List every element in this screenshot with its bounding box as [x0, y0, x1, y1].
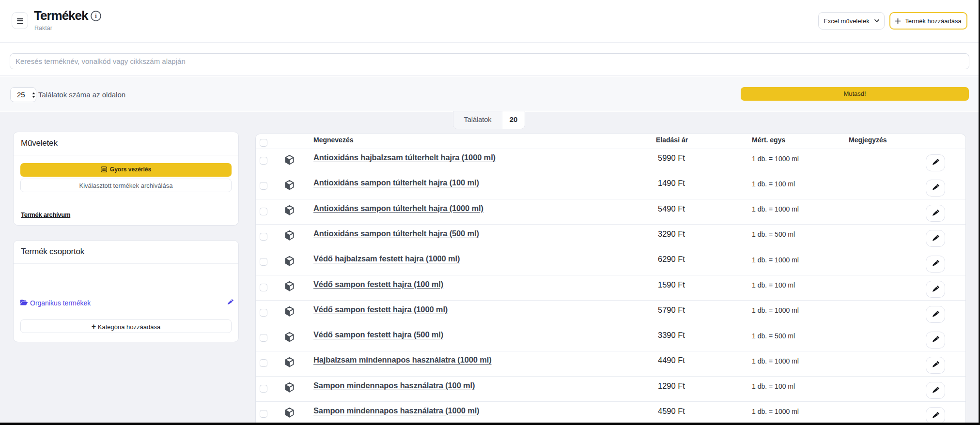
svg-text:i: i: [95, 13, 97, 19]
